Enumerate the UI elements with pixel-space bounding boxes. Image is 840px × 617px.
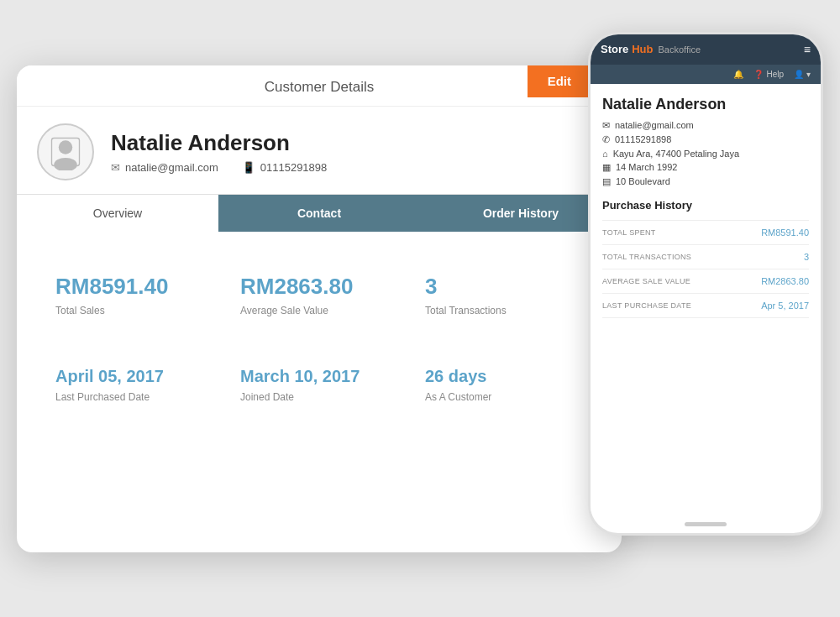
customer-name: Natalie Anderson <box>111 130 327 156</box>
table-row-last-purchase: LAST PURCHASE DATE Apr 5, 2017 <box>602 294 809 318</box>
phone-icon: 📱 <box>242 161 255 174</box>
email-icon: ✉ <box>111 161 120 174</box>
total-sales-label: Total Sales <box>55 305 213 316</box>
mobile-device: Store Hub Backoffice ≡ 🔔 ❓ Help 👤 ▾ Nata… <box>588 32 823 536</box>
phone-address-icon: ⌂ <box>602 149 608 159</box>
logo-hub: Hub <box>632 43 653 55</box>
svg-point-0 <box>59 140 73 154</box>
phone-contact-list: ✉ natalie@gmail.com ✆ 01115291898 ⌂ Kayu… <box>602 120 809 187</box>
stats-row-1: RM8591.40 Total Sales RM2863.80 Average … <box>17 232 622 342</box>
phone-purchase-table: TOTAL SPENT RM8591.40 TOTAL TRANSACTIONS… <box>602 220 809 318</box>
phone-nav-user[interactable]: 👤 ▾ <box>794 70 811 79</box>
table-row-total-transactions: TOTAL TRANSACTIONS 3 <box>602 245 809 269</box>
stat-days-as-customer: 26 days As A Customer <box>412 358 596 411</box>
phone-header: Store Hub Backoffice ≡ <box>591 34 821 65</box>
total-transactions-label: Total Transactions <box>425 305 583 316</box>
total-sales-value: RM8591.40 <box>55 274 213 300</box>
joined-date-label: Joined Date <box>240 391 398 403</box>
phone-building-icon: ▤ <box>602 176 611 187</box>
customer-contacts: ✉ natalie@gmail.com 📱 01115291898 <box>111 161 327 174</box>
total-transactions-value: 3 <box>425 274 583 300</box>
stat-joined-date: March 10, 2017 Joined Date <box>227 358 412 411</box>
customer-details: Natalie Anderson ✉ natalie@gmail.com 📱 0… <box>111 130 327 174</box>
phone-nav-help[interactable]: ❓ Help <box>753 70 784 79</box>
phone-contact-address: ⌂ Kayu Ara, 47400 Petaling Jaya <box>602 149 809 159</box>
logo-store: Store <box>601 43 628 55</box>
avg-sale-value: RM2863.80 <box>240 274 398 300</box>
phone-content: Natalie Anderson ✉ natalie@gmail.com ✆ 0… <box>591 84 821 515</box>
avatar <box>37 123 94 180</box>
svg-point-1 <box>54 157 77 170</box>
days-as-customer-value: 26 days <box>425 367 583 386</box>
user-avatar-icon <box>47 133 84 170</box>
phone-nav: 🔔 ❓ Help 👤 ▾ <box>591 65 821 84</box>
stat-last-purchased: April 05, 2017 Last Purchased Date <box>42 358 227 411</box>
home-indicator <box>685 522 727 526</box>
edit-button[interactable]: Edit <box>528 65 591 97</box>
stats-row-2: April 05, 2017 Last Purchased Date March… <box>17 342 622 437</box>
tab-bar: Overview Contact Order History <box>17 194 622 232</box>
phone-nav-bell[interactable]: 🔔 <box>733 70 743 79</box>
tab-contact[interactable]: Contact <box>218 194 420 232</box>
phone-phone-icon: ✆ <box>602 134 610 145</box>
tab-overview[interactable]: Overview <box>17 194 218 232</box>
phone-email-icon: ✉ <box>602 120 610 131</box>
purchase-history-title: Purchase History <box>602 199 809 212</box>
phone-customer-name: Natalie Anderson <box>602 96 809 113</box>
help-icon: ❓ <box>753 70 764 79</box>
table-row-total-spent: TOTAL SPENT RM8591.40 <box>602 221 809 245</box>
customer-email: ✉ natalie@gmail.com <box>111 161 218 174</box>
stat-total-transactions: 3 Total Transactions <box>412 265 596 325</box>
last-purchased-value: April 05, 2017 <box>55 367 213 386</box>
phone-contact-building: ▤ 10 Boulevard <box>602 176 809 187</box>
customer-info-section: Natalie Anderson ✉ natalie@gmail.com 📱 0… <box>17 107 622 194</box>
page-title: Customer Details <box>265 79 374 96</box>
phone-contact-birthday: ▦ 14 March 1992 <box>602 162 809 173</box>
days-as-customer-label: As A Customer <box>425 391 583 403</box>
phone-logo: Store Hub Backoffice <box>601 43 701 55</box>
avg-sale-label: Average Sale Value <box>240 305 398 316</box>
tablet-device: Customer Details Edit Natalie Anderson ✉ <box>17 65 622 552</box>
phone-contact-email: ✉ natalie@gmail.com <box>602 120 809 131</box>
phone-birthday-icon: ▦ <box>602 162 611 173</box>
table-row-avg-sale: AVERAGE SALE VALUE RM2863.80 <box>602 269 809 294</box>
user-icon: 👤 <box>794 70 804 79</box>
stat-avg-sale: RM2863.80 Average Sale Value <box>227 265 412 325</box>
stat-total-sales: RM8591.40 Total Sales <box>42 265 227 325</box>
last-purchased-label: Last Purchased Date <box>55 391 213 403</box>
logo-backoffice: Backoffice <box>659 44 701 55</box>
bell-icon: 🔔 <box>733 70 743 79</box>
joined-date-value: March 10, 2017 <box>240 367 398 386</box>
customer-phone: 📱 01115291898 <box>242 161 328 174</box>
phone-contact-phone: ✆ 01115291898 <box>602 134 809 145</box>
hamburger-icon[interactable]: ≡ <box>804 43 811 56</box>
